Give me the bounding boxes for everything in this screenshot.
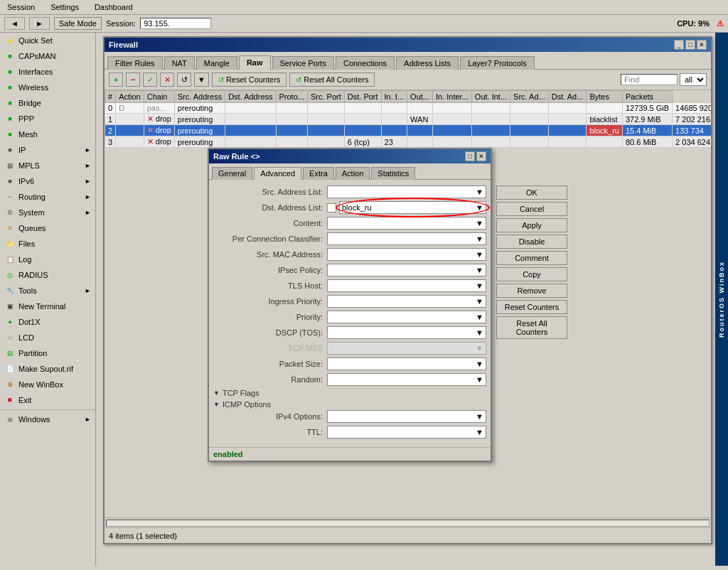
sidebar-item-interfaces[interactable]: ■ Interfaces — [0, 64, 95, 80]
src-mac-dropdown[interactable]: ▼ — [327, 248, 486, 261]
random-dropdown[interactable]: ▼ — [327, 373, 486, 386]
ok-button[interactable]: OK — [496, 185, 567, 200]
packet-size-dropdown[interactable]: ▼ — [327, 357, 486, 370]
table-container[interactable]: # Action Chain Src. Address Dst. Address… — [105, 90, 711, 148]
sidebar-item-mesh[interactable]: ■ Mesh — [0, 127, 95, 142]
tab-connections[interactable]: Connections — [336, 56, 395, 70]
sidebar-item-tools[interactable]: 🔧 Tools ► — [0, 283, 95, 299]
apply-button[interactable]: Apply — [496, 218, 567, 232]
table-row[interactable]: 1 ✕ drop prerouting WAN — [105, 114, 712, 125]
sidebar-item-new-terminal[interactable]: ▣ New Terminal — [0, 299, 95, 314]
session-input[interactable] — [140, 18, 211, 29]
sidebar-item-ipv6[interactable]: ■ IPv6 ► — [0, 173, 95, 189]
forward-button[interactable]: ► — [29, 17, 50, 30]
dialog-tab-advanced[interactable]: Advanced — [254, 167, 301, 180]
tab-filter-rules[interactable]: Filter Rules — [107, 56, 163, 70]
move-rule-button[interactable]: ↺ — [177, 72, 191, 87]
tab-layer7[interactable]: Layer7 Protocols — [460, 56, 535, 70]
cell-out-int — [510, 103, 549, 114]
icmp-options-header[interactable]: ▼ ICMP Options — [213, 400, 486, 409]
dialog-expand-button[interactable]: □ — [465, 151, 475, 161]
dialog-reset-counters-button[interactable]: Reset Counters — [496, 300, 567, 314]
minimize-button[interactable]: _ — [674, 40, 684, 50]
ingress-dropdown[interactable]: ▼ — [327, 295, 486, 308]
remove-button[interactable]: Remove — [496, 284, 567, 298]
dialog-close-button[interactable]: ✕ — [476, 151, 486, 161]
ipv4-dropdown[interactable]: ▼ — [327, 410, 486, 423]
tab-mangle[interactable]: Mangle — [196, 56, 237, 70]
dst-addr-list-arrow: ▼ — [476, 203, 483, 212]
src-addr-list-control: ▼ — [327, 185, 486, 198]
sidebar-item-queues[interactable]: ≡ Queues — [0, 220, 95, 236]
content-dropdown[interactable]: ▼ — [327, 217, 486, 230]
src-mac-control: ▼ — [327, 248, 486, 261]
sidebar-item-make-supout[interactable]: 📄 Make Supout.rif — [0, 361, 95, 377]
sidebar-item-ip[interactable]: ■ IP ► — [0, 142, 95, 158]
reset-counters-button[interactable]: ↺ Reset Counters — [212, 72, 287, 87]
tab-nat[interactable]: NAT — [164, 56, 195, 70]
safe-mode-button[interactable]: Safe Mode — [54, 17, 102, 30]
table-row[interactable]: 0 D pas... prerouting — [105, 103, 712, 114]
sidebar-item-mpls[interactable]: ▦ MPLS ► — [0, 158, 95, 173]
scrollbar-track[interactable] — [106, 520, 710, 527]
maximize-button[interactable]: □ — [685, 40, 695, 50]
src-addr-list-dropdown[interactable]: ▼ — [327, 185, 486, 198]
tcp-flags-header[interactable]: ▼ TCP Flags — [213, 389, 486, 397]
find-input[interactable] — [621, 74, 678, 85]
cell-packets: 133 734 — [673, 125, 711, 136]
sidebar-item-quick-set[interactable]: ⚡ Quick Set — [0, 33, 95, 48]
sidebar-item-ppp[interactable]: ■ PPP — [0, 111, 95, 127]
dialog-tab-statistics[interactable]: Statistics — [371, 167, 415, 180]
menu-settings[interactable]: Settings — [46, 1, 83, 13]
sidebar-item-new-winbox[interactable]: 🖥 New WinBox — [0, 377, 95, 392]
sidebar-item-files[interactable]: 📁 Files — [0, 236, 95, 252]
sidebar-item-lcd[interactable]: ▭ LCD — [0, 330, 95, 345]
sidebar-item-exit[interactable]: ✖ Exit — [0, 392, 95, 408]
filter-button[interactable]: ▼ — [194, 72, 209, 87]
sidebar-item-dot1x[interactable]: ● Dot1X — [0, 314, 95, 330]
menu-session[interactable]: Session — [3, 1, 39, 13]
ttl-dropdown[interactable]: ▼ — [327, 426, 486, 439]
disable-button[interactable]: Disable — [496, 235, 567, 249]
ipsec-dropdown[interactable]: ▼ — [327, 264, 486, 276]
dscp-dropdown[interactable]: ▼ — [327, 326, 486, 339]
dialog-reset-all-counters-button[interactable]: Reset All Counters — [496, 316, 567, 339]
remove-rule-button[interactable]: − — [126, 72, 140, 87]
copy-button[interactable]: Copy — [496, 267, 567, 281]
cancel-button[interactable]: Cancel — [496, 202, 567, 216]
add-rule-button[interactable]: + — [109, 72, 123, 87]
cell-src-port — [344, 114, 381, 125]
comment-button[interactable]: Comment — [496, 251, 567, 265]
sidebar-item-wireless[interactable]: ■ Wireless — [0, 80, 95, 95]
per-connection-dropdown[interactable]: ▼ — [327, 232, 486, 245]
dst-addr-list-dropdown[interactable]: block_ru ▼ — [339, 201, 486, 214]
disable-rule-button[interactable]: ✕ — [160, 72, 174, 87]
sidebar-item-radius[interactable]: ◎ RADIUS — [0, 267, 95, 283]
tab-address-lists[interactable]: Address Lists — [396, 56, 459, 70]
tls-dropdown[interactable]: ▼ — [327, 279, 486, 292]
table-row-selected[interactable]: 2 ✕ drop prerouting — [105, 125, 712, 136]
reset-all-counters-button[interactable]: ↺ Reset All Counters — [289, 72, 375, 87]
tab-raw[interactable]: Raw — [239, 55, 271, 70]
sidebar-item-bridge[interactable]: ■ Bridge — [0, 95, 95, 111]
enable-rule-button[interactable]: ✓ — [143, 72, 157, 87]
dialog-tab-extra[interactable]: Extra — [303, 167, 334, 180]
sidebar-item-windows[interactable]: ▣ Windows ► — [0, 412, 95, 427]
menu-dashboard[interactable]: Dashboard — [90, 1, 137, 13]
horizontal-scrollbar[interactable] — [105, 517, 711, 527]
sidebar-item-routing[interactable]: ↔ Routing ► — [0, 189, 95, 205]
close-button[interactable]: ✕ — [697, 40, 707, 50]
priority-dropdown[interactable]: ▼ — [327, 311, 486, 323]
sidebar-item-capsman[interactable]: ■ CAPsMAN — [0, 48, 95, 64]
sidebar-item-partition[interactable]: ▤ Partition — [0, 345, 95, 361]
find-select[interactable]: all — [680, 73, 707, 86]
sidebar-item-system[interactable]: ⚙ System ► — [0, 205, 95, 220]
table-row[interactable]: 3 ✕ drop prerouting 6 (tcp) 23 — [105, 136, 712, 148]
col-src-ad: Src. Ad... — [510, 91, 549, 103]
dialog-tab-action[interactable]: Action — [336, 167, 370, 180]
tab-service-ports[interactable]: Service Ports — [272, 56, 334, 70]
dialog-tab-general[interactable]: General — [212, 167, 252, 180]
sidebar-item-log[interactable]: 📋 Log — [0, 252, 95, 267]
dst-addr-list-checkbox[interactable] — [327, 203, 336, 213]
back-button[interactable]: ◄ — [4, 17, 25, 30]
